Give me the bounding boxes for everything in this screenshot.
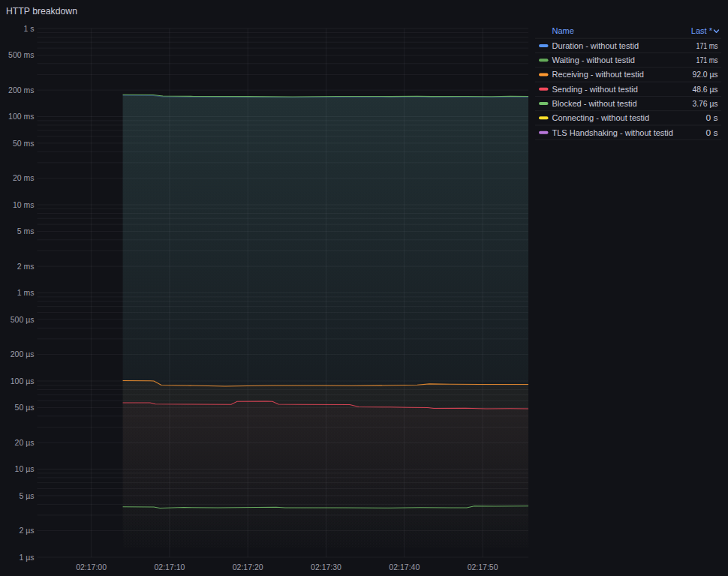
svg-text:10 ms: 10 ms xyxy=(13,200,35,209)
svg-text:500 ms: 500 ms xyxy=(8,50,34,59)
svg-text:2 ms: 2 ms xyxy=(17,262,35,271)
svg-text:20 µs: 20 µs xyxy=(15,438,35,447)
svg-text:171 ms: 171 ms xyxy=(696,41,718,50)
svg-text:TLS Handshaking - without test: TLS Handshaking - without testid xyxy=(552,128,673,137)
svg-text:1 ms: 1 ms xyxy=(17,288,35,297)
svg-text:2 µs: 2 µs xyxy=(19,526,34,535)
svg-text:02:17:50: 02:17:50 xyxy=(468,562,498,572)
svg-text:1 s: 1 s xyxy=(23,24,34,33)
svg-text:Blocked - without testid: Blocked - without testid xyxy=(552,99,637,108)
svg-text:50 µs: 50 µs xyxy=(15,403,35,412)
svg-text:48.6 µs: 48.6 µs xyxy=(693,85,718,94)
svg-text:02:17:10: 02:17:10 xyxy=(154,562,185,572)
svg-text:20 ms: 20 ms xyxy=(13,173,35,182)
svg-text:HTTP breakdown: HTTP breakdown xyxy=(6,5,77,16)
svg-text:1 µs: 1 µs xyxy=(19,553,34,562)
svg-text:Sending - without testid: Sending - without testid xyxy=(552,85,638,94)
svg-text:500 µs: 500 µs xyxy=(11,315,35,324)
svg-text:02:17:40: 02:17:40 xyxy=(389,562,420,572)
svg-text:100 µs: 100 µs xyxy=(11,376,35,386)
svg-text:0 s: 0 s xyxy=(706,113,719,122)
svg-text:02:17:20: 02:17:20 xyxy=(233,562,263,572)
svg-text:02:17:30: 02:17:30 xyxy=(311,562,341,572)
svg-text:Last *: Last * xyxy=(691,26,713,35)
svg-text:02:17:00: 02:17:00 xyxy=(76,562,107,572)
svg-text:5 ms: 5 ms xyxy=(17,226,35,236)
svg-text:Duration - without testid: Duration - without testid xyxy=(552,41,639,50)
svg-text:10 µs: 10 µs xyxy=(15,464,35,473)
svg-text:200 µs: 200 µs xyxy=(11,350,35,358)
svg-text:92.0 µs: 92.0 µs xyxy=(693,70,718,79)
svg-text:Waiting - without testid: Waiting - without testid xyxy=(552,56,635,64)
svg-text:100 ms: 100 ms xyxy=(8,112,34,121)
svg-text:200 ms: 200 ms xyxy=(8,86,34,94)
svg-text:5 µs: 5 µs xyxy=(19,491,34,500)
svg-text:50 ms: 50 ms xyxy=(13,139,35,148)
svg-text:Receiving - without testid: Receiving - without testid xyxy=(552,70,644,79)
svg-text:3.76 µs: 3.76 µs xyxy=(693,99,718,108)
svg-text:Connecting - without testid: Connecting - without testid xyxy=(552,113,650,122)
svg-text:0 s: 0 s xyxy=(706,128,719,137)
svg-text:171 ms: 171 ms xyxy=(696,56,718,64)
svg-text:Name: Name xyxy=(552,26,574,35)
